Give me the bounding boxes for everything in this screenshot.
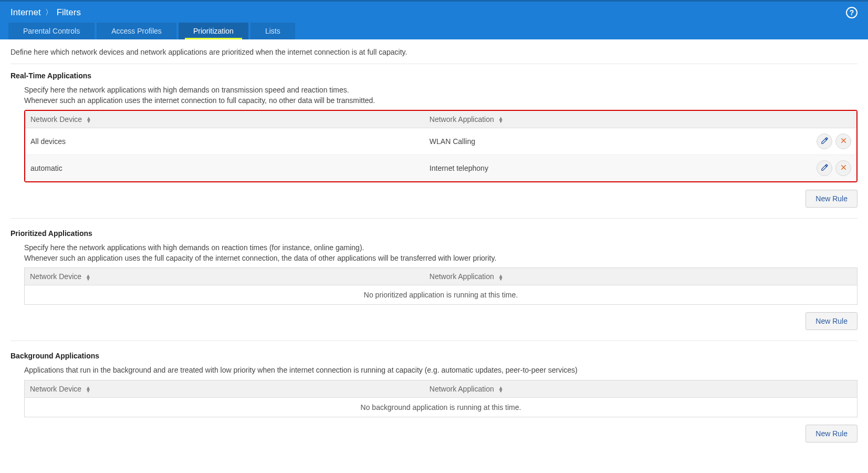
section-background: Background ApplicationsApplications that… xyxy=(11,352,857,453)
pencil-icon xyxy=(821,163,829,173)
sort-icon: ▲▼ xyxy=(498,274,504,281)
sort-icon: ▲▼ xyxy=(498,117,504,123)
button-row: New Rule xyxy=(24,190,857,208)
column-header-device[interactable]: Network Device ▲▼ xyxy=(25,381,424,398)
rules-table: Network Device ▲▼Network Application ▲▼N… xyxy=(25,381,857,417)
breadcrumb-root[interactable]: Internet xyxy=(11,7,41,18)
table-wrap: Network Device ▲▼Network Application ▲▼N… xyxy=(24,380,857,417)
help-icon[interactable]: ? xyxy=(846,7,857,18)
column-header-application[interactable]: Network Application ▲▼ xyxy=(424,381,857,398)
section-title: Prioritized Applications xyxy=(11,229,857,238)
section-title: Background Applications xyxy=(11,352,857,360)
delete-button[interactable] xyxy=(835,160,851,176)
tab-access-profiles[interactable]: Access Profiles xyxy=(97,23,176,39)
new-rule-button[interactable]: New Rule xyxy=(806,425,857,443)
rules-table: Network Device ▲▼Network Application ▲▼N… xyxy=(25,268,857,304)
breadcrumb-current: Filters xyxy=(57,7,81,18)
cell-application: WLAN Calling xyxy=(424,128,793,155)
cell-actions xyxy=(793,155,856,182)
column-header-application[interactable]: Network Application ▲▼ xyxy=(424,268,857,285)
content-area: Define here which network devices and ne… xyxy=(0,39,868,473)
sort-icon: ▲▼ xyxy=(498,386,504,393)
section-description: Applications that run in the background … xyxy=(24,365,857,376)
button-row: New Rule xyxy=(24,312,857,330)
empty-row: No prioritized application is running at… xyxy=(25,285,857,305)
section-realtime: Real-Time ApplicationsSpecify here the n… xyxy=(11,71,857,219)
table-row: automaticInternet telephony xyxy=(25,155,856,182)
cell-device: automatic xyxy=(25,155,424,182)
page-header: Internet 〉 Filters ? Parental ControlsAc… xyxy=(0,0,868,39)
table-wrap: Network Device ▲▼Network Application ▲▼ … xyxy=(24,110,857,182)
column-header-actions xyxy=(793,111,856,128)
table-row: All devicesWLAN Calling xyxy=(25,128,856,155)
sort-icon: ▲▼ xyxy=(86,274,91,281)
column-header-device[interactable]: Network Device ▲▼ xyxy=(25,111,424,128)
tab-prioritization[interactable]: Prioritization xyxy=(179,23,248,39)
intro-text: Define here which network devices and ne… xyxy=(11,48,857,64)
new-rule-button[interactable]: New Rule xyxy=(806,190,857,208)
column-header-device[interactable]: Network Device ▲▼ xyxy=(25,268,424,285)
pencil-icon xyxy=(821,137,829,146)
breadcrumb: Internet 〉 Filters ? xyxy=(0,2,868,23)
tab-lists[interactable]: Lists xyxy=(250,23,295,39)
new-rule-button[interactable]: New Rule xyxy=(806,312,857,330)
delete-button[interactable] xyxy=(835,133,851,149)
close-icon xyxy=(840,163,848,173)
column-header-application[interactable]: Network Application ▲▼ xyxy=(424,111,793,128)
chevron-right-icon: 〉 xyxy=(45,8,53,17)
sort-icon: ▲▼ xyxy=(86,386,91,393)
section-description: Specify here the network applications wi… xyxy=(24,243,857,263)
cell-application: Internet telephony xyxy=(424,155,793,182)
edit-button[interactable] xyxy=(817,160,832,176)
section-prioritized: Prioritized ApplicationsSpecify here the… xyxy=(11,229,857,341)
cell-actions xyxy=(793,128,856,155)
button-row: New Rule xyxy=(24,425,857,443)
section-title: Real-Time Applications xyxy=(11,71,857,80)
tab-parental-controls[interactable]: Parental Controls xyxy=(8,23,95,39)
table-wrap: Network Device ▲▼Network Application ▲▼N… xyxy=(24,268,857,305)
close-icon xyxy=(840,137,848,146)
edit-button[interactable] xyxy=(817,133,832,149)
section-description: Specify here the network applications wi… xyxy=(24,85,857,106)
tab-bar: Parental ControlsAccess ProfilesPrioriti… xyxy=(0,23,868,39)
empty-row: No background application is running at … xyxy=(25,397,857,417)
cell-device: All devices xyxy=(25,128,424,155)
sort-icon: ▲▼ xyxy=(86,117,91,123)
rules-table: Network Device ▲▼Network Application ▲▼ … xyxy=(25,111,856,181)
